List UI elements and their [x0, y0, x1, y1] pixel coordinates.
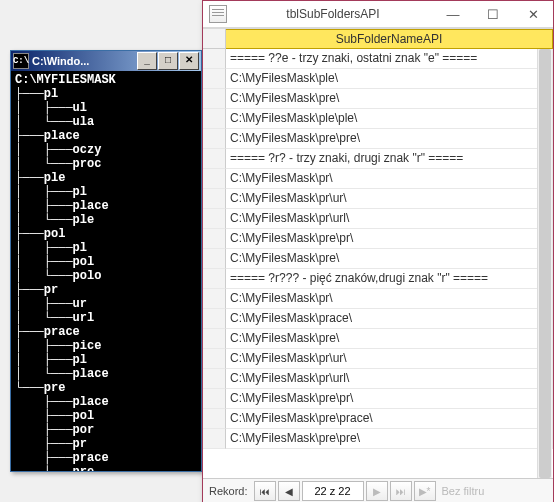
cell[interactable]: ===== ?r? - trzy znaki, drugi znak "r" =…	[226, 149, 553, 169]
nav-new-button[interactable]: ▶*	[414, 481, 436, 501]
nav-first-button[interactable]: ⏮	[254, 481, 276, 501]
table-row[interactable]: C:\MyFilesMask\pre\	[203, 89, 553, 109]
row-selector[interactable]	[203, 269, 226, 289]
row-selector[interactable]	[203, 149, 226, 169]
row-selector[interactable]	[203, 369, 226, 389]
table-row[interactable]: C:\MyFilesMask\prace\	[203, 309, 553, 329]
row-selector[interactable]	[203, 429, 226, 449]
cmd-icon: C:\	[13, 53, 29, 69]
nav-prev-button[interactable]: ◀	[278, 481, 300, 501]
row-selector[interactable]	[203, 89, 226, 109]
nav-filter-label: Bez filtru	[442, 485, 485, 497]
row-selector[interactable]	[203, 189, 226, 209]
table-row[interactable]: ===== ?r??? - pięć znaków,drugi znak "r"…	[203, 269, 553, 289]
cell[interactable]: C:\MyFilesMask\ple\	[226, 69, 553, 89]
row-selector[interactable]	[203, 129, 226, 149]
grid-body: ===== ??e - trzy znaki, ostatni znak "e"…	[203, 49, 553, 478]
row-selector[interactable]	[203, 409, 226, 429]
row-selector[interactable]	[203, 329, 226, 349]
cell[interactable]: C:\MyFilesMask\pr\url\	[226, 369, 553, 389]
cell[interactable]: C:\MyFilesMask\pre\	[226, 89, 553, 109]
console-titlebar[interactable]: C:\ C:\Windo... _ □ ✕	[11, 51, 201, 71]
row-selector[interactable]	[203, 229, 226, 249]
table-row[interactable]: C:\MyFilesMask\pr\ur\	[203, 189, 553, 209]
datasheet-icon	[209, 5, 227, 23]
access-window-controls: — ☐ ✕	[433, 1, 553, 27]
table-row[interactable]: ===== ?r? - trzy znaki, drugi znak "r" =…	[203, 149, 553, 169]
cell[interactable]: C:\MyFilesMask\pr\url\	[226, 209, 553, 229]
table-row[interactable]: C:\MyFilesMask\pre\pre\	[203, 129, 553, 149]
table-row[interactable]: C:\MyFilesMask\pr\url\	[203, 209, 553, 229]
console-window: C:\ C:\Windo... _ □ ✕ C:\MYFILESMASK ├──…	[10, 50, 202, 472]
minimize-button[interactable]: _	[137, 52, 157, 70]
table-row[interactable]: C:\MyFilesMask\pr\ur\	[203, 349, 553, 369]
row-selector[interactable]	[203, 289, 226, 309]
row-selector[interactable]	[203, 69, 226, 89]
cell[interactable]: C:\MyFilesMask\pre\pre\	[226, 129, 553, 149]
row-selector[interactable]	[203, 309, 226, 329]
nav-position-input[interactable]	[302, 481, 364, 501]
cell[interactable]: C:\MyFilesMask\pre\pr\	[226, 389, 553, 409]
table-row[interactable]: ===== ??e - trzy znaki, ostatni znak "e"…	[203, 49, 553, 69]
row-selector[interactable]	[203, 109, 226, 129]
cell[interactable]: C:\MyFilesMask\pr\ur\	[226, 349, 553, 369]
cell[interactable]: C:\MyFilesMask\pre\pr\	[226, 229, 553, 249]
cell[interactable]: C:\MyFilesMask\pre\prace\	[226, 409, 553, 429]
close-button[interactable]: ✕	[179, 52, 199, 70]
nav-label: Rekord:	[209, 485, 248, 497]
cell[interactable]: C:\MyFilesMask\pr\	[226, 169, 553, 189]
table-row[interactable]: C:\MyFilesMask\pr\	[203, 289, 553, 309]
maximize-button[interactable]: ☐	[473, 1, 513, 27]
access-title: tblSubFoldersAPI	[233, 7, 433, 21]
cell[interactable]: C:\MyFilesMask\pre\	[226, 249, 553, 269]
minimize-button[interactable]: —	[433, 1, 473, 27]
console-window-controls: _ □ ✕	[137, 52, 199, 70]
grid-header-row: SubFolderNameAPI	[203, 29, 553, 49]
cell[interactable]: C:\MyFilesMask\pr\ur\	[226, 189, 553, 209]
table-row[interactable]: C:\MyFilesMask\pre\prace\	[203, 409, 553, 429]
table-row[interactable]: C:\MyFilesMask\pre\	[203, 329, 553, 349]
access-titlebar[interactable]: tblSubFoldersAPI — ☐ ✕	[203, 1, 553, 28]
scrollbar-thumb[interactable]	[539, 49, 551, 478]
table-row[interactable]: C:\MyFilesMask\pre\pre\	[203, 429, 553, 449]
nav-last-button[interactable]: ⏭	[390, 481, 412, 501]
console-title: C:\Windo...	[32, 55, 137, 67]
row-selector[interactable]	[203, 209, 226, 229]
console-output: C:\MYFILESMASK ├───pl │ ├───ul │ └───ula…	[11, 71, 201, 471]
table-row[interactable]: C:\MyFilesMask\pr\	[203, 169, 553, 189]
close-button[interactable]: ✕	[513, 1, 553, 27]
row-selector[interactable]	[203, 349, 226, 369]
access-window: tblSubFoldersAPI — ☐ ✕ SubFolderNameAPI …	[202, 0, 554, 502]
row-selector[interactable]	[203, 49, 226, 69]
row-selector[interactable]	[203, 389, 226, 409]
cell[interactable]: ===== ?r??? - pięć znaków,drugi znak "r"…	[226, 269, 553, 289]
datasheet-grid: SubFolderNameAPI ===== ??e - trzy znaki,…	[203, 28, 553, 478]
row-selector[interactable]	[203, 249, 226, 269]
nav-next-button[interactable]: ▶	[366, 481, 388, 501]
table-row[interactable]: C:\MyFilesMask\pre\pr\	[203, 229, 553, 249]
table-row[interactable]: C:\MyFilesMask\pre\pr\	[203, 389, 553, 409]
table-row[interactable]: C:\MyFilesMask\ple\ple\	[203, 109, 553, 129]
row-selector[interactable]	[203, 169, 226, 189]
table-row[interactable]: C:\MyFilesMask\ple\	[203, 69, 553, 89]
cell[interactable]: C:\MyFilesMask\pre\	[226, 329, 553, 349]
table-row[interactable]: C:\MyFilesMask\pr\url\	[203, 369, 553, 389]
cell[interactable]: C:\MyFilesMask\ple\ple\	[226, 109, 553, 129]
cell[interactable]: ===== ??e - trzy znaki, ostatni znak "e"…	[226, 49, 553, 69]
cell[interactable]: C:\MyFilesMask\prace\	[226, 309, 553, 329]
select-all-corner[interactable]	[203, 29, 226, 49]
table-row[interactable]: C:\MyFilesMask\pre\	[203, 249, 553, 269]
maximize-button[interactable]: □	[158, 52, 178, 70]
cell[interactable]: C:\MyFilesMask\pr\	[226, 289, 553, 309]
record-navigator: Rekord: ⏮ ◀ ▶ ⏭ ▶* Bez filtru	[203, 478, 553, 502]
cell[interactable]: C:\MyFilesMask\pre\pre\	[226, 429, 553, 449]
column-header[interactable]: SubFolderNameAPI	[226, 29, 553, 49]
vertical-scrollbar[interactable]	[537, 49, 552, 478]
